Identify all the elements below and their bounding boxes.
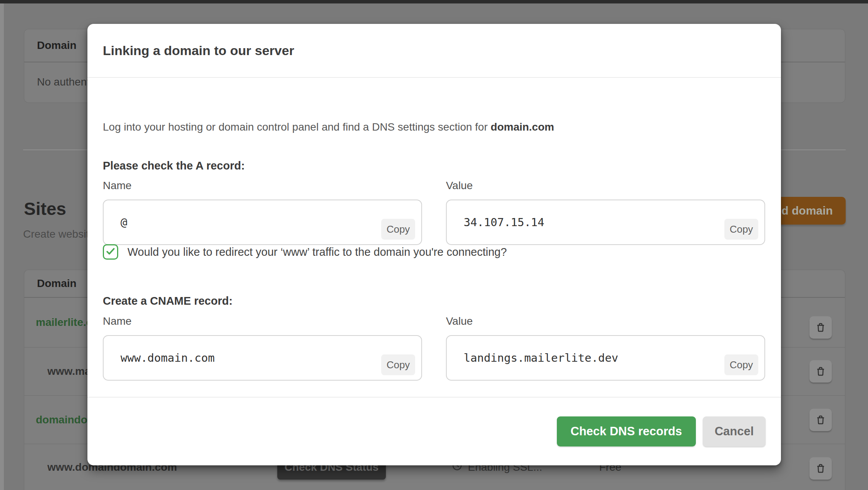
left-edge-strip xyxy=(0,3,4,490)
a-record-name-label: Name xyxy=(103,180,132,192)
copy-button[interactable]: Copy xyxy=(381,354,415,375)
screen: Domain No authenticated domains Sites Cr… xyxy=(0,0,868,490)
delete-domain-button[interactable] xyxy=(809,360,832,383)
column-header-domain: Domain xyxy=(37,277,77,290)
copy-button[interactable]: Copy xyxy=(381,219,415,240)
trash-icon xyxy=(814,413,827,427)
www-redirect-row: Would you like to redirect your ‘www’ tr… xyxy=(103,244,507,260)
a-record-heading: Please check the A record: xyxy=(103,159,245,172)
page-title: Sites xyxy=(24,198,66,219)
a-record-value-value: 34.107.15.14 xyxy=(464,200,545,244)
cancel-button[interactable]: Cancel xyxy=(703,416,766,446)
modal-footer: Check DNS records Cancel xyxy=(87,397,781,465)
a-record-value-label: Value xyxy=(446,180,473,192)
checkmark-icon xyxy=(105,245,116,258)
check-dns-records-button[interactable]: Check DNS records xyxy=(557,416,696,446)
trash-icon xyxy=(814,365,827,378)
top-bar xyxy=(0,0,868,3)
modal-intro-text: Log into your hosting or domain control … xyxy=(103,121,554,133)
trash-icon xyxy=(814,462,827,475)
intro-text: Log into your hosting or domain control … xyxy=(103,121,491,133)
trash-icon xyxy=(814,321,827,334)
intro-domain: domain.com xyxy=(491,121,554,133)
www-redirect-label: Would you like to redirect your ‘www’ tr… xyxy=(127,246,507,258)
cname-value-field: landings.mailerlite.dev Copy xyxy=(446,335,765,381)
cname-name-field: www.domain.com Copy xyxy=(103,335,422,381)
modal-title: Linking a domain to our server xyxy=(103,43,294,58)
a-record-name-field: @ Copy xyxy=(103,200,422,245)
cname-record-heading: Create a CNAME record: xyxy=(103,295,233,307)
www-redirect-checkbox[interactable] xyxy=(103,244,118,260)
modal-header: Linking a domain to our server xyxy=(87,24,781,78)
cname-value-label: Value xyxy=(446,315,473,327)
copy-button[interactable]: Copy xyxy=(724,219,758,240)
link-domain-modal: Linking a domain to our server Log into … xyxy=(87,24,781,465)
cname-value-value: landings.mailerlite.dev xyxy=(464,336,618,380)
column-header-domain: Domain xyxy=(37,39,77,52)
a-record-value-field: 34.107.15.14 Copy xyxy=(446,200,765,245)
delete-domain-button[interactable] xyxy=(809,457,832,480)
delete-domain-button[interactable] xyxy=(809,409,832,431)
delete-domain-button[interactable] xyxy=(809,316,832,339)
copy-button[interactable]: Copy xyxy=(724,354,758,375)
cname-name-value: www.domain.com xyxy=(121,336,214,380)
cname-name-label: Name xyxy=(103,315,132,327)
a-record-name-value: @ xyxy=(121,200,127,244)
